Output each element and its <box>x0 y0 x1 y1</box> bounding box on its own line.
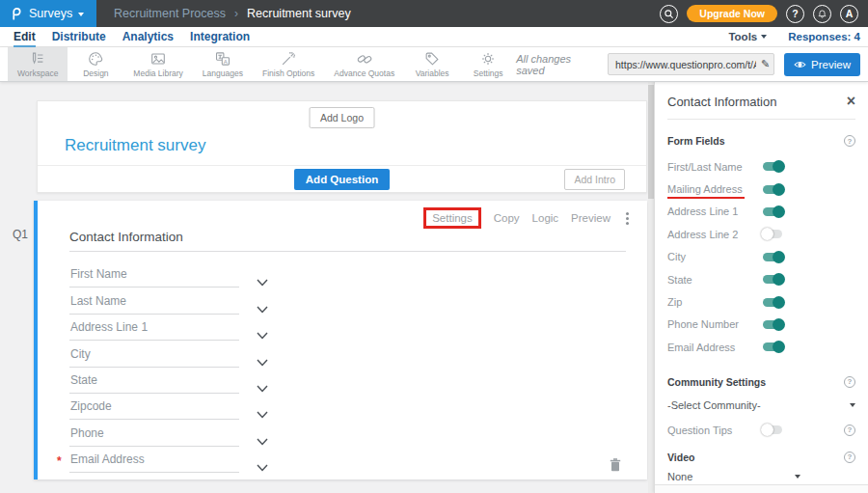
toggle-row-first-last-name: First/Last Name <box>667 155 855 178</box>
question-action-logic[interactable]: Logic <box>532 212 559 224</box>
question-tips-toggle[interactable] <box>763 425 782 434</box>
field-label: Address Line 1 <box>70 320 148 334</box>
toolbar-item-workspace[interactable]: Workspace <box>8 47 68 81</box>
add-logo-button[interactable]: Add Logo <box>309 107 375 128</box>
toolbar-item-design[interactable]: Design <box>68 47 123 81</box>
add-intro-button[interactable]: Add Intro <box>564 169 625 190</box>
toggle-on[interactable] <box>763 342 782 351</box>
toolbar-item-label: Languages <box>203 68 243 78</box>
question-action-preview[interactable]: Preview <box>571 212 610 224</box>
help-icon[interactable]: ? <box>844 135 855 147</box>
toggle-row-mailing-address: Mailing Address <box>667 178 855 200</box>
finish-options-icon <box>280 50 297 68</box>
help-icon[interactable]: ? <box>844 452 855 463</box>
toolbar-item-label: Settings <box>474 68 503 78</box>
save-status: All changes saved <box>516 53 598 76</box>
chevron-down-icon[interactable] <box>257 273 268 281</box>
avatar[interactable]: A <box>840 5 858 23</box>
toggle-on[interactable] <box>763 207 782 216</box>
question-actions: SettingsCopyLogicPreview <box>423 207 632 229</box>
tab-integration[interactable]: Integration <box>190 27 250 46</box>
chevron-down-icon[interactable] <box>257 458 268 466</box>
toggle-row-address-line-2: Address Line 2 <box>667 223 855 245</box>
chevron-down-icon <box>78 13 84 16</box>
tab-distribute[interactable]: Distribute <box>52 27 106 46</box>
chevron-down-icon[interactable] <box>257 353 268 361</box>
trash-icon <box>609 457 622 472</box>
responses-link[interactable]: Responses: 4 <box>788 31 860 42</box>
product-switcher[interactable]: Surveys <box>0 0 96 27</box>
panel-title: Contact Information <box>667 95 776 109</box>
chevron-down-icon[interactable] <box>257 432 268 440</box>
breadcrumb-current: Recruitment survey <box>247 7 351 20</box>
toolbar-item-variables[interactable]: Variables <box>404 47 460 81</box>
design-icon <box>87 50 104 68</box>
toolbar-item-label: Media Library <box>133 68 183 78</box>
help-icon[interactable]: ? <box>844 376 855 388</box>
toolbar-item-label: Advance Quotas <box>334 68 394 78</box>
survey-header-footer: Add Question Add Intro <box>38 166 646 192</box>
chevron-down-icon <box>761 35 767 39</box>
app-root: Surveys Recruitment Process › Recruitmen… <box>0 0 868 493</box>
chevron-down-icon <box>795 475 800 479</box>
divider <box>69 251 626 252</box>
video-select-value: None <box>667 471 692 482</box>
survey-nav-tabs: EditDistributeAnalyticsIntegration Tools… <box>0 27 868 47</box>
toggle-label: Zip <box>667 296 682 308</box>
field-row-last-name: Last Name <box>69 288 239 314</box>
toggle-on[interactable] <box>763 298 782 307</box>
kebab-menu-icon[interactable] <box>626 217 629 220</box>
form-fields-heading-label: Form Fields <box>667 135 725 147</box>
community-select-value: -Select Community- <box>667 399 761 411</box>
toggle-off[interactable] <box>763 230 782 238</box>
toolbar-item-media-library[interactable]: Media Library <box>123 47 193 81</box>
question-number-label: Q1 <box>13 228 28 241</box>
chevron-down-icon[interactable] <box>257 326 268 334</box>
toggle-on[interactable] <box>763 185 782 194</box>
search-icon <box>664 9 674 19</box>
field-row-city: City <box>69 341 239 367</box>
community-settings-heading: Community Settings ? <box>667 376 855 388</box>
toggle-label: Email Address <box>667 342 735 353</box>
toggle-on[interactable] <box>763 320 782 329</box>
video-heading-label: Video <box>667 452 694 463</box>
notifications-button[interactable] <box>813 5 831 23</box>
edit-url-icon[interactable]: ✎ <box>761 58 770 70</box>
field-row-first-name: First Name <box>69 261 239 288</box>
help-button[interactable]: ? <box>786 5 804 23</box>
toggle-row-state: State <box>667 268 855 290</box>
question-action-settings[interactable]: Settings <box>423 207 481 229</box>
survey-url-box: ✎ <box>608 53 774 75</box>
preview-button[interactable]: Preview <box>784 53 860 76</box>
workspace-icon <box>29 50 46 68</box>
toolbar-item-finish-options[interactable]: Finish Options <box>253 47 324 81</box>
delete-question-button[interactable] <box>609 457 622 472</box>
search-button[interactable] <box>660 5 678 23</box>
toggle-on[interactable] <box>763 162 782 171</box>
add-question-button[interactable]: Add Question <box>294 169 390 190</box>
chevron-down-icon[interactable] <box>257 300 268 308</box>
toolbar-item-languages[interactable]: ALanguages <box>193 47 253 81</box>
toolbar-item-advance-quotas[interactable]: Advance Quotas <box>324 47 404 81</box>
question-action-copy[interactable]: Copy <box>494 212 520 224</box>
tab-analytics[interactable]: Analytics <box>122 27 174 46</box>
upgrade-now-button[interactable]: Upgrade Now <box>687 5 777 22</box>
survey-title[interactable]: Recruitment survey <box>65 136 205 155</box>
toggle-on[interactable] <box>763 275 782 284</box>
toolbar-item-label: Finish Options <box>262 68 314 78</box>
question-title[interactable]: Contact Information <box>69 230 183 244</box>
toolbar-item-settings[interactable]: Settings <box>460 47 516 81</box>
help-icon[interactable]: ? <box>844 425 855 436</box>
tab-edit[interactable]: Edit <box>14 28 36 47</box>
chevron-down-icon[interactable] <box>257 405 268 413</box>
close-icon[interactable]: × <box>847 94 855 109</box>
product-switcher-label: Surveys <box>29 7 72 20</box>
breadcrumb-folder[interactable]: Recruitment Process <box>114 7 226 20</box>
survey-url-input[interactable] <box>609 59 773 70</box>
chevron-down-icon[interactable] <box>257 379 268 387</box>
topbar-actions: Upgrade Now ? A <box>660 5 868 23</box>
community-select[interactable]: -Select Community- <box>667 394 855 417</box>
tools-menu[interactable]: Tools <box>728 31 767 42</box>
toggle-on[interactable] <box>763 253 782 261</box>
survey-header-card: Add Logo Recruitment survey Add Question… <box>37 100 647 193</box>
